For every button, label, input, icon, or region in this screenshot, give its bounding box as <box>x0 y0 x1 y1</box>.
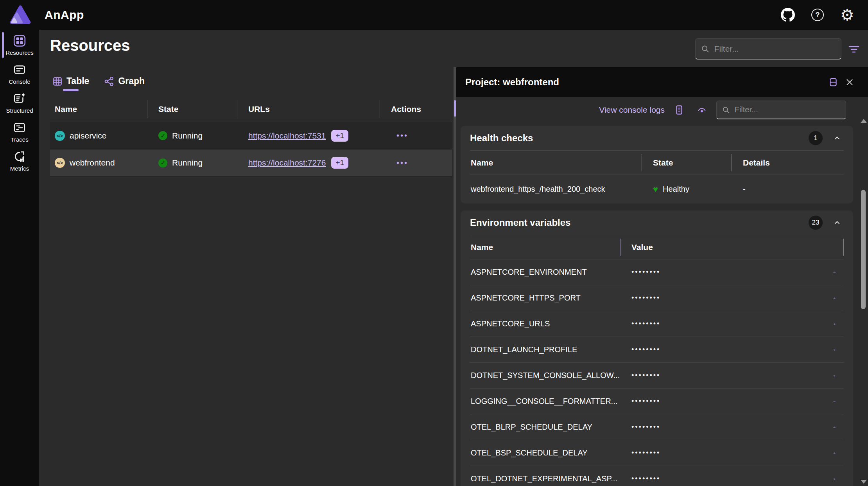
reveal-value-eye-icon[interactable] <box>822 369 836 383</box>
resource-state: Running <box>172 158 203 167</box>
masked-value: •••••••• <box>631 320 660 328</box>
health-checks-section: Health checks 1 Name State Details <box>461 126 853 203</box>
panel-resize-handle[interactable] <box>454 67 456 486</box>
env-var-row: OTEL_BLRP_SCHEDULE_DELAY •••••••• <box>470 414 844 440</box>
column-header-actions <box>822 235 844 259</box>
column-header-state: State <box>642 151 732 175</box>
panel-filter-box <box>716 101 846 119</box>
app-title: AnApp <box>45 8 84 22</box>
chevron-up-icon[interactable] <box>830 216 844 229</box>
sidebar-item-label: Console <box>9 78 30 85</box>
split-pane-icon[interactable] <box>825 74 841 90</box>
reveal-value-eye-icon[interactable] <box>822 394 836 409</box>
health-details: - <box>732 185 844 194</box>
env-var-name: DOTNET_LAUNCH_PROFILE <box>470 345 621 354</box>
tab-table[interactable]: Table <box>50 72 91 94</box>
resource-url-link[interactable]: https://localhost:7276 <box>248 158 326 167</box>
filter-funnel-icon[interactable] <box>846 43 862 55</box>
column-header-urls: URLs <box>237 97 380 122</box>
reveal-value-eye-icon[interactable] <box>822 420 836 434</box>
console-log-icon[interactable] <box>671 102 687 118</box>
more-urls-badge[interactable]: +1 <box>331 157 348 169</box>
resources-table: Name State URLs Actions </> apiservice ✓… <box>50 97 452 176</box>
resource-url-link[interactable]: https://localhost:7531 <box>248 131 326 140</box>
page-title: Resources <box>50 37 130 54</box>
help-icon[interactable]: ? <box>809 6 827 24</box>
sidebar-item-metrics[interactable]: Metrics <box>0 146 39 175</box>
resource-name: webfrontend <box>70 158 115 167</box>
masked-value: •••••••• <box>631 423 660 431</box>
health-table-header: Name State Details <box>470 150 844 175</box>
settings-gear-icon[interactable]: ⚙ <box>838 6 856 24</box>
health-count-badge: 1 <box>809 131 823 145</box>
scrollbar-thumb[interactable] <box>861 190 866 309</box>
close-icon[interactable] <box>841 74 858 90</box>
reveal-value-eye-icon[interactable] <box>822 265 836 279</box>
app-logo-icon <box>9 5 31 25</box>
resources-table-header: Name State URLs Actions <box>50 97 452 122</box>
env-var-row: DOTNET_LAUNCH_PROFILE •••••••• <box>470 337 844 362</box>
view-console-logs-link[interactable]: View console logs <box>599 105 665 115</box>
env-var-row: ASPNETCORE_URLS •••••••• <box>470 311 844 337</box>
scrollbar-down-arrow[interactable] <box>861 480 867 484</box>
panel-scroll-area: Health checks 1 Name State Details <box>454 123 868 486</box>
env-var-name: ASPNETCORE_HTTPS_PORT <box>470 293 621 302</box>
structured-logs-icon <box>13 92 26 105</box>
resource-name: apiservice <box>70 131 107 140</box>
sidebar-item-traces[interactable]: Traces <box>0 117 39 146</box>
reveal-value-eye-icon[interactable] <box>822 472 836 486</box>
resource-filter-input[interactable] <box>714 44 836 54</box>
reveal-value-eye-icon[interactable] <box>822 291 836 305</box>
running-check-icon: ✓ <box>158 158 167 167</box>
sidebar: Resources Console Structured <box>0 30 39 486</box>
github-icon[interactable] <box>779 6 797 24</box>
masked-value: •••••••• <box>631 294 660 302</box>
env-var-row: OTEL_BSP_SCHEDULE_DELAY •••••••• <box>470 440 844 466</box>
table-row-webfrontend[interactable]: </> webfrontend ✓ Running https://localh… <box>50 149 452 176</box>
tab-label: Table <box>66 76 89 86</box>
masked-value: •••••••• <box>631 346 660 354</box>
table-row-apiservice[interactable]: </> apiservice ✓ Running https://localho… <box>50 122 452 149</box>
panel-scrollbar <box>860 117 867 485</box>
chevron-up-icon[interactable] <box>830 131 844 145</box>
tab-label: Graph <box>118 76 145 86</box>
eye-icon[interactable] <box>694 102 710 118</box>
scrollbar-up-arrow[interactable] <box>861 119 867 123</box>
sidebar-item-console[interactable]: Console <box>0 59 39 88</box>
resource-state: Running <box>172 131 203 140</box>
table-icon <box>52 76 63 86</box>
masked-value: •••••••• <box>631 397 660 405</box>
env-count-badge: 23 <box>809 216 823 230</box>
env-var-row: ASPNETCORE_ENVIRONMENT •••••••• <box>470 259 844 285</box>
panel-filter-input[interactable] <box>735 105 840 114</box>
row-actions-ellipsis-icon[interactable]: ••• <box>391 158 408 167</box>
panel-title: Project: webfrontend <box>465 77 559 88</box>
reveal-value-eye-icon[interactable] <box>822 343 836 357</box>
sidebar-item-resources[interactable]: Resources <box>0 31 39 59</box>
tab-graph[interactable]: Graph <box>102 72 147 94</box>
reveal-value-eye-icon[interactable] <box>822 317 836 331</box>
column-header-details: Details <box>732 151 844 175</box>
view-tabs: Table Graph <box>50 72 454 94</box>
health-state: Healthy <box>663 185 689 194</box>
masked-value: •••••••• <box>631 268 660 276</box>
traces-icon <box>13 121 26 134</box>
gear-glyph: ⚙ <box>840 7 854 23</box>
reveal-value-eye-icon[interactable] <box>822 446 836 460</box>
env-var-name: OTEL_DOTNET_EXPERIMENTAL_ASP... <box>470 474 621 483</box>
resources-view: Table Graph <box>39 67 454 486</box>
sidebar-item-structured[interactable]: Structured <box>0 88 39 117</box>
health-check-name: webfrontend_https_/health_200_check <box>470 185 642 194</box>
row-actions-ellipsis-icon[interactable]: ••• <box>391 131 408 140</box>
sidebar-item-label: Resources <box>5 49 34 56</box>
heart-icon: ♥ <box>653 184 658 194</box>
health-check-row: webfrontend_https_/health_200_check ♥ He… <box>470 175 844 203</box>
column-header-name: Name <box>470 235 621 259</box>
graph-icon <box>104 76 114 86</box>
env-var-name: OTEL_BLRP_SCHEDULE_DELAY <box>470 423 621 432</box>
column-header-value: Value <box>621 235 822 259</box>
column-header-state: State <box>147 97 237 122</box>
masked-value: •••••••• <box>631 371 660 380</box>
panel-header: Project: webfrontend <box>454 67 868 97</box>
more-urls-badge[interactable]: +1 <box>331 130 348 142</box>
